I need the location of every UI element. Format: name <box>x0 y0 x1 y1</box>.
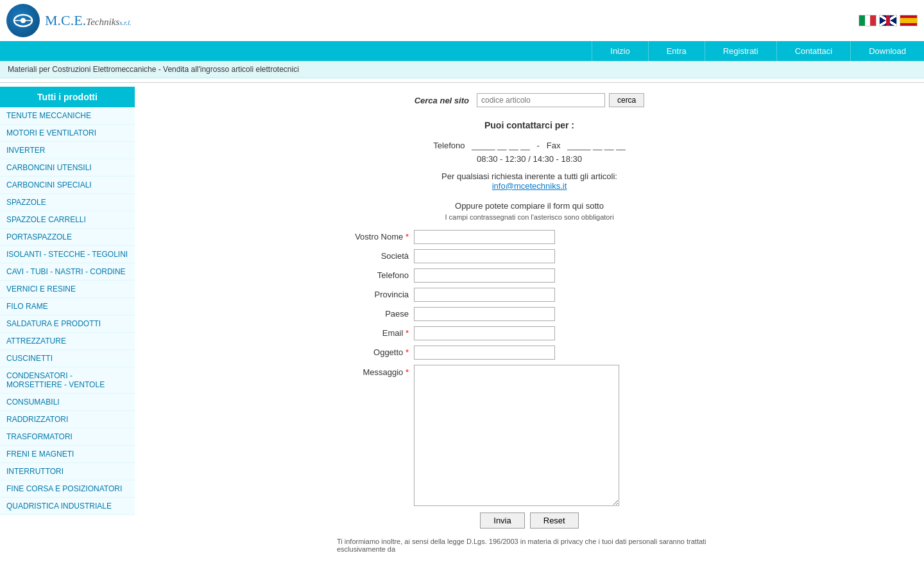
nome-row: Vostro Nome * <box>337 230 722 244</box>
provincia-label: Provincia <box>337 290 414 299</box>
email-intro: Per qualsiasi richiesta inerente a tutti… <box>441 171 617 181</box>
logo-icon <box>6 4 40 37</box>
hours: 08:30 - 12:30 / 14:30 - 18:30 <box>477 154 582 164</box>
societa-input[interactable] <box>414 249 555 263</box>
privacy-note: Ti informiamo inoltre, ai sensi della le… <box>337 538 722 553</box>
paese-row: Paese <box>337 307 722 321</box>
nome-required-star: * <box>406 232 409 241</box>
sidebar-item-2[interactable]: INVERTER <box>0 142 135 159</box>
telefono-input[interactable] <box>414 268 555 283</box>
sidebar-item-0[interactable]: TENUTE MECCANICHE <box>0 107 135 125</box>
english-flag[interactable] <box>879 15 897 26</box>
sidebar: Tutti i prodotti TENUTE MECCANICHEMOTORI… <box>0 87 135 559</box>
email-input[interactable] <box>414 326 555 340</box>
sidebar-item-12[interactable]: SALDATURA E PRODOTTI <box>0 315 135 333</box>
sidebar-item-9[interactable]: CAVI - TUBI - NASTRI - CORDINE <box>0 263 135 281</box>
contact-title: Puoi contattarci per : <box>337 120 722 130</box>
fax-label: Fax <box>547 141 561 150</box>
fax-number: _____ __ __ __ <box>567 141 625 150</box>
main-layout: Tutti i prodotti TENUTE MECCANICHEMOTORI… <box>0 87 924 559</box>
messaggio-textarea[interactable] <box>414 365 619 506</box>
sidebar-item-10[interactable]: VERNICI E RESINE <box>0 281 135 298</box>
sidebar-item-18[interactable]: TRASFORMATORI <box>0 428 135 446</box>
messaggio-required-star: * <box>406 367 409 377</box>
nav-download[interactable]: Download <box>850 41 924 61</box>
spanish-flag[interactable] <box>900 15 918 26</box>
messaggio-label: Messaggio * <box>337 365 414 377</box>
search-label: Cerca nel sito <box>415 96 469 105</box>
page-header: M.C.E.Technikss.r.l. <box>0 0 924 41</box>
logo-text: M.C.E.Technikss.r.l. <box>45 12 132 29</box>
tagline: Materiali per Costruzioni Elettromeccani… <box>0 61 924 78</box>
nome-input[interactable] <box>414 230 555 244</box>
paese-input[interactable] <box>414 307 555 321</box>
nav-inizio[interactable]: Inizio <box>592 41 647 61</box>
sidebar-item-11[interactable]: FILO RAME <box>0 298 135 315</box>
sidebar-item-8[interactable]: ISOLANTI - STECCHE - TEGOLINI <box>0 246 135 263</box>
oggetto-required-star: * <box>406 347 409 357</box>
email-info: Per qualsiasi richiesta inerente a tutti… <box>337 171 722 191</box>
sidebar-items: TENUTE MECCANICHEMOTORI E VENTILATORIINV… <box>0 107 135 515</box>
search-button[interactable]: cerca <box>609 93 644 107</box>
sidebar-item-19[interactable]: FRENI E MAGNETI <box>0 446 135 463</box>
content-area: Cerca nel sito cerca Puoi contattarci pe… <box>135 87 924 559</box>
logo-area: M.C.E.Technikss.r.l. <box>6 4 132 37</box>
submit-button[interactable]: Invia <box>480 512 524 529</box>
sidebar-item-3[interactable]: CARBONCINI UTENSILI <box>0 159 135 177</box>
sidebar-item-22[interactable]: QUADRISTICA INDUSTRIALE <box>0 498 135 515</box>
provincia-input[interactable] <box>414 288 555 302</box>
sidebar-item-21[interactable]: FINE CORSA E POSIZIONATORI <box>0 480 135 498</box>
sidebar-item-1[interactable]: MOTORI E VENTILATORI <box>0 125 135 142</box>
phone-info: Telefono _____ __ __ __ - Fax _____ __ _… <box>337 139 722 166</box>
contact-form: Vostro Nome * Società Telefono <box>337 230 722 529</box>
email-row: Email * <box>337 326 722 340</box>
phone-label: Telefono <box>433 141 465 150</box>
sidebar-item-15[interactable]: CONDENSATORI - MORSETTIERE - VENTOLE <box>0 367 135 394</box>
italian-flag[interactable] <box>859 15 877 26</box>
messaggio-row: Messaggio * <box>337 365 722 506</box>
societa-label: Società <box>337 251 414 261</box>
societa-row: Società <box>337 249 722 263</box>
nav-registrati[interactable]: Registrati <box>705 41 776 61</box>
nome-label: Vostro Nome * <box>337 232 414 241</box>
sidebar-item-6[interactable]: SPAZZOLE CARRELLI <box>0 211 135 229</box>
sidebar-header: Tutti i prodotti <box>0 87 135 107</box>
sidebar-item-5[interactable]: SPAZZOLE <box>0 194 135 211</box>
email-required-star: * <box>406 328 409 338</box>
sidebar-item-20[interactable]: INTERRUTTORI <box>0 463 135 480</box>
search-input[interactable] <box>477 93 605 107</box>
phone-number: _____ __ __ __ <box>472 141 529 150</box>
nav-entra[interactable]: Entra <box>648 41 705 61</box>
sidebar-item-13[interactable]: ATTREZZATURE <box>0 333 135 350</box>
form-note: I campi contrassegnati con l'asterisco s… <box>337 213 722 221</box>
telefono-label: Telefono <box>337 270 414 280</box>
form-title: Oppure potete compiare il form qui sotto <box>337 201 722 211</box>
sidebar-item-17[interactable]: RADDRIZZATORI <box>0 411 135 428</box>
email-link[interactable]: info@mcetechniks.it <box>492 181 567 191</box>
sidebar-item-4[interactable]: CARBONCINI SPECIALI <box>0 177 135 194</box>
flags-area <box>859 15 918 26</box>
sidebar-item-16[interactable]: CONSUMABILI <box>0 394 135 411</box>
nav-contattaci[interactable]: Contattaci <box>776 41 851 61</box>
paese-label: Paese <box>337 309 414 319</box>
email-field-label: Email * <box>337 328 414 338</box>
sidebar-item-7[interactable]: PORTASPAZZOLE <box>0 229 135 246</box>
search-bar: Cerca nel sito cerca <box>154 93 905 107</box>
oggetto-label: Oggetto * <box>337 347 414 357</box>
oggetto-input[interactable] <box>414 346 555 360</box>
provincia-row: Provincia <box>337 288 722 302</box>
oggetto-row: Oggetto * <box>337 346 722 360</box>
contact-section: Puoi contattarci per : Telefono _____ __… <box>337 120 722 553</box>
form-buttons: Invia Reset <box>337 512 722 529</box>
sidebar-item-14[interactable]: CUSCINETTI <box>0 350 135 367</box>
reset-button[interactable]: Reset <box>530 512 579 529</box>
telefono-row: Telefono <box>337 268 722 283</box>
navbar: Inizio Entra Registrati Contattaci Downl… <box>0 41 924 61</box>
separator <box>0 82 924 83</box>
